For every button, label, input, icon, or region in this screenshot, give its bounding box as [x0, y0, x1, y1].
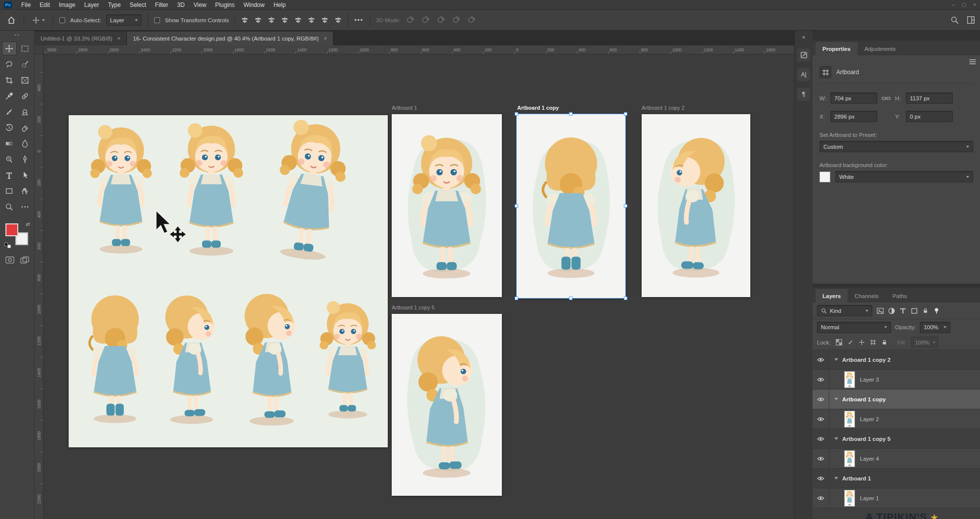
- chevron-down-icon[interactable]: [834, 437, 838, 440]
- eyedropper-tool[interactable]: [2, 89, 17, 103]
- align-horizontal-centers[interactable]: [254, 16, 262, 24]
- y-field[interactable]: 0 px: [906, 111, 953, 122]
- selection-handle[interactable]: [624, 297, 627, 300]
- quick-selection-tool[interactable]: [18, 57, 33, 71]
- frame-tool[interactable]: [18, 73, 33, 87]
- type-tool[interactable]: [2, 168, 17, 182]
- menu-item[interactable]: Filter: [151, 1, 173, 9]
- visibility-toggle[interactable]: [813, 409, 829, 429]
- more-options-button[interactable]: •••: [354, 17, 364, 24]
- artboard-1[interactable]: [392, 114, 502, 297]
- edit-toolbar[interactable]: [18, 200, 33, 214]
- canvas[interactable]: 3000280026002400220020001800160014001200…: [35, 45, 794, 519]
- layer-row[interactable]: Artboard 1: [813, 469, 980, 488]
- character-panel-icon[interactable]: A|: [797, 68, 810, 81]
- foreground-color-swatch[interactable]: [5, 223, 18, 236]
- preset-dropdown[interactable]: Custom: [819, 141, 973, 152]
- panel-tab[interactable]: Paths: [886, 289, 914, 303]
- toolbar-grip[interactable]: ••: [14, 34, 19, 37]
- crop-tool[interactable]: [2, 73, 17, 87]
- visibility-toggle[interactable]: [813, 389, 829, 409]
- artboard-label[interactable]: Artboard 1 copy 2: [642, 105, 685, 112]
- menu-item[interactable]: Help: [269, 1, 290, 9]
- visibility-toggle[interactable]: [813, 429, 829, 448]
- blur-tool[interactable]: [18, 136, 33, 150]
- restore-button[interactable]: ▢: [962, 2, 966, 7]
- clone-stamp-tool[interactable]: [18, 105, 33, 119]
- selection-handle[interactable]: [515, 297, 518, 300]
- rectangle-tool[interactable]: [2, 184, 17, 198]
- document-tab[interactable]: 16- Consistent Character design.psd @ 40…: [127, 32, 333, 45]
- zoom-tool[interactable]: [2, 200, 17, 214]
- blend-mode-dropdown[interactable]: Normal: [817, 322, 891, 333]
- artboard-bg-dropdown[interactable]: White: [835, 171, 973, 182]
- visibility-toggle[interactable]: [813, 469, 829, 488]
- 3d-camera[interactable]: [467, 16, 475, 24]
- align-left-edges[interactable]: [241, 16, 248, 24]
- lock-transparent-pixels-icon[interactable]: [836, 339, 842, 346]
- search-icon[interactable]: [950, 16, 959, 24]
- 3d-slide[interactable]: [451, 16, 460, 24]
- artboard-1-copy-5[interactable]: [392, 314, 502, 496]
- visibility-toggle[interactable]: [813, 488, 829, 508]
- artboard-label[interactable]: Artboard 1 copy 5: [392, 304, 435, 311]
- lock-position-icon[interactable]: [858, 339, 865, 346]
- selection-handle[interactable]: [624, 204, 627, 208]
- pixel-layers-filter-icon[interactable]: [877, 307, 884, 314]
- brushes-panel-icon[interactable]: [797, 48, 810, 61]
- layer-row[interactable]: Artboard 1 copy 5: [813, 429, 980, 449]
- lock-image-pixels-icon[interactable]: [847, 339, 854, 346]
- type-layers-filter-icon[interactable]: [899, 307, 906, 314]
- horizontal-ruler[interactable]: 3000280026002400220020001800160014001200…: [43, 45, 794, 54]
- 3d-roll[interactable]: [421, 16, 429, 24]
- layer-thumbnail[interactable]: [844, 411, 855, 428]
- screen-mode-button[interactable]: [20, 256, 29, 264]
- layer-row[interactable]: Layer 3: [813, 370, 980, 389]
- adjustment-layers-filter-icon[interactable]: [888, 307, 895, 314]
- opacity-field[interactable]: 100%: [920, 322, 950, 333]
- lasso-tool[interactable]: [2, 57, 17, 71]
- align-bottom-edges[interactable]: [308, 16, 315, 24]
- layer-thumbnail[interactable]: [844, 450, 855, 467]
- artboard-label[interactable]: Artboard 1: [392, 105, 417, 112]
- smart-object-filter-icon[interactable]: [922, 307, 929, 314]
- layer-row[interactable]: Layer 4: [813, 449, 980, 469]
- close-button[interactable]: ×: [973, 2, 976, 7]
- menu-item[interactable]: File: [17, 1, 35, 9]
- 3d-drag[interactable]: [436, 16, 445, 24]
- align-top-edges[interactable]: [281, 16, 288, 24]
- layer-thumbnail[interactable]: [844, 371, 855, 388]
- eraser-tool[interactable]: [18, 121, 33, 134]
- character-reference-image[interactable]: [69, 115, 388, 447]
- move-tool-preset[interactable]: [30, 14, 47, 26]
- marquee-tool[interactable]: [18, 42, 33, 55]
- panel-menu-icon[interactable]: [969, 59, 976, 64]
- selection-handle[interactable]: [569, 297, 572, 300]
- healing-brush-tool[interactable]: [18, 89, 33, 103]
- menu-item[interactable]: 3D: [172, 1, 189, 9]
- panel-tab[interactable]: Layers: [816, 289, 848, 303]
- menu-item[interactable]: Type: [103, 1, 125, 9]
- panel-tab[interactable]: Channels: [848, 289, 886, 303]
- vertical-ruler[interactable]: 4002000200400600800100012001400160018002…: [35, 54, 43, 519]
- paragraph-panel-icon[interactable]: ¶: [797, 88, 810, 101]
- swap-colors-icon[interactable]: ⇄: [26, 221, 30, 227]
- menu-item[interactable]: Window: [239, 1, 269, 9]
- document-tab[interactable]: Untitled-1 @ 33.3% (RGB/8) ×: [35, 32, 127, 45]
- layer-row[interactable]: Artboard 1 copy: [813, 389, 980, 409]
- align-right-edges[interactable]: [268, 16, 275, 24]
- show-transform-checkbox[interactable]: [154, 17, 160, 23]
- distribute-vertical[interactable]: [334, 16, 342, 24]
- auto-select-dropdown[interactable]: Layer: [106, 14, 142, 26]
- workspace-switcher-icon[interactable]: [967, 16, 975, 24]
- hand-tool[interactable]: [18, 184, 33, 198]
- layer-row[interactable]: Layer 2: [813, 409, 980, 429]
- selection-handle[interactable]: [624, 112, 627, 116]
- link-dimensions-icon[interactable]: [882, 96, 891, 101]
- menu-item[interactable]: Image: [54, 1, 80, 9]
- expand-panels-button[interactable]: «: [802, 34, 806, 41]
- quick-mask-button[interactable]: [5, 256, 14, 264]
- fill-field[interactable]: 100%: [911, 337, 939, 348]
- panel-tab[interactable]: Adjustments: [858, 42, 902, 55]
- artboard-1-copy[interactable]: [517, 114, 625, 298]
